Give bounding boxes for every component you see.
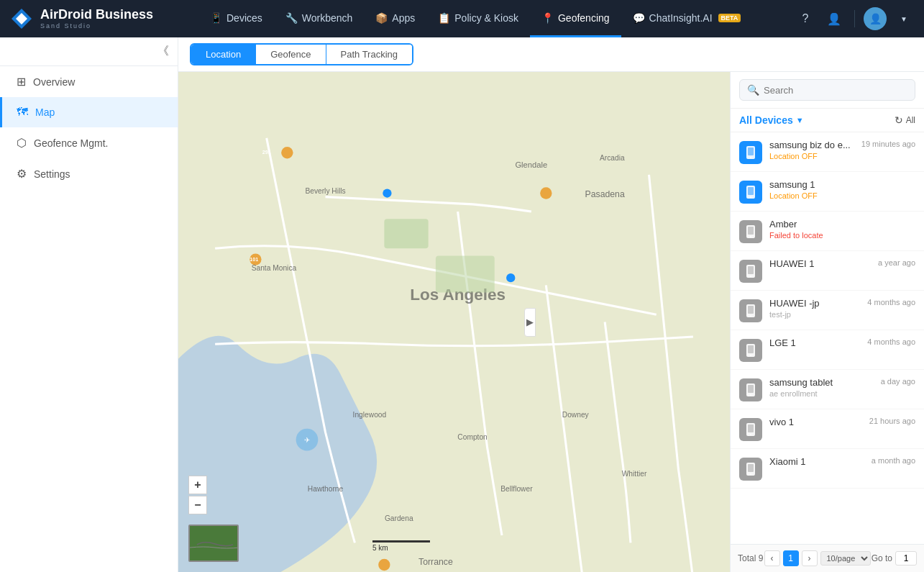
content-area: Location Geofence Path Tracking bbox=[178, 37, 924, 572]
device-info: samsung 1 Location OFF bbox=[769, 179, 908, 200]
device-right: 4 months ago bbox=[867, 298, 915, 307]
map-thumbnail[interactable] bbox=[188, 525, 239, 562]
device-icon bbox=[739, 220, 762, 243]
panel-header: All Devices ▼ ↻ All bbox=[731, 109, 924, 132]
goto-section: Go to bbox=[872, 551, 917, 566]
panel-collapse-button[interactable]: ▶ bbox=[524, 308, 536, 337]
device-info: HUAWEI -jp test-jp bbox=[769, 298, 860, 319]
svg-rect-40 bbox=[748, 266, 754, 274]
device-list-item[interactable]: HUAWEI -jp test-jp 4 months ago bbox=[731, 291, 924, 330]
refresh-button[interactable]: ↻ All bbox=[895, 114, 915, 126]
device-list-item[interactable]: Xiaomi 1 a month ago bbox=[731, 449, 924, 489]
svg-point-5 bbox=[540, 187, 552, 199]
nav-item-chatinsight[interactable]: 💬 ChatInsight.AI BETA bbox=[621, 0, 753, 37]
settings-icon: ⚙ bbox=[17, 167, 27, 181]
sidebar-label-map: Map bbox=[35, 106, 55, 118]
svg-point-56 bbox=[750, 473, 751, 475]
goto-input[interactable] bbox=[895, 551, 917, 566]
svg-text:Glendale: Glendale bbox=[515, 160, 547, 169]
device-time: 4 months ago bbox=[867, 337, 915, 346]
pagination: ‹ 1 › 10/page bbox=[764, 550, 871, 566]
device-list-item[interactable]: samsung 1 Location OFF bbox=[731, 172, 924, 212]
search-icon: 🔍 bbox=[747, 84, 759, 96]
device-icon bbox=[739, 418, 762, 441]
workbench-icon: 🔧 bbox=[285, 12, 298, 24]
device-time: a year ago bbox=[878, 258, 915, 267]
device-name: Xiaomi 1 bbox=[769, 456, 864, 467]
collapse-button[interactable]: 《 bbox=[157, 44, 169, 59]
logo-icon bbox=[9, 6, 35, 32]
svg-text:Santa Monica: Santa Monica bbox=[252, 264, 297, 272]
page-next-button[interactable]: › bbox=[802, 550, 818, 566]
device-list: samsung biz do e... Location OFF 19 minu… bbox=[731, 132, 924, 544]
sidebar-item-overview[interactable]: ⊞ Overview bbox=[0, 66, 178, 97]
map-container[interactable]: 291 101 Los Angeles Pasadena Glendale Ar… bbox=[178, 72, 730, 572]
device-list-item[interactable]: vivo 1 21 hours ago bbox=[731, 409, 924, 449]
svg-point-35 bbox=[750, 196, 751, 198]
geofence-mgmt-icon: ⬡ bbox=[17, 136, 27, 150]
page-size-select[interactable]: 10/page bbox=[820, 551, 871, 566]
zoom-out-button[interactable]: − bbox=[188, 496, 207, 514]
sidebar-item-settings[interactable]: ⚙ Settings bbox=[0, 158, 178, 189]
all-devices-label: All Devices bbox=[739, 114, 793, 126]
beta-badge: BETA bbox=[718, 14, 741, 22]
nav-label-apps: Apps bbox=[392, 12, 415, 24]
svg-rect-55 bbox=[748, 464, 754, 472]
device-status: Location OFF bbox=[769, 191, 908, 200]
nav-item-geofencing[interactable]: 📍 Geofencing bbox=[530, 0, 621, 37]
zoom-in-button[interactable]: + bbox=[188, 476, 207, 494]
svg-text:Beverly Hills: Beverly Hills bbox=[305, 187, 345, 195]
tab-location[interactable]: Location bbox=[191, 45, 256, 64]
device-list-item[interactable]: Amber Failed to locate bbox=[731, 212, 924, 251]
nav-item-apps[interactable]: 📦 Apps bbox=[364, 0, 426, 37]
nav-item-policy[interactable]: 📋 Policy & Kiosk bbox=[426, 0, 530, 37]
tab-path-tracking[interactable]: Path Tracking bbox=[326, 45, 413, 64]
device-name: samsung tablet bbox=[769, 377, 874, 388]
top-navigation: AirDroid Business Sand Studio 📱 Devices … bbox=[0, 0, 924, 37]
svg-text:Bellflower: Bellflower bbox=[500, 485, 533, 493]
device-list-item[interactable]: samsung biz do e... Location OFF 19 minu… bbox=[731, 132, 924, 172]
sidebar-header: 《 bbox=[0, 37, 178, 66]
nav-item-workbench[interactable]: 🔧 Workbench bbox=[274, 0, 365, 37]
refresh-label: All bbox=[906, 115, 915, 125]
sidebar-label-geofence-mgmt: Geofence Mgmt. bbox=[34, 137, 109, 149]
app-sub: Sand Studio bbox=[40, 22, 153, 29]
svg-point-32 bbox=[750, 157, 751, 158]
tab-group: Location Geofence Path Tracking bbox=[190, 43, 413, 65]
svg-rect-46 bbox=[748, 345, 754, 353]
svg-text:Torrance: Torrance bbox=[418, 557, 453, 567]
user-avatar[interactable]: 👤 bbox=[864, 7, 887, 30]
search-input[interactable] bbox=[764, 85, 907, 96]
svg-text:Arcadia: Arcadia bbox=[600, 154, 625, 162]
nav-divider bbox=[854, 10, 855, 27]
device-list-item[interactable]: HUAWEI 1 a year ago bbox=[731, 251, 924, 291]
nav-label-devices: Devices bbox=[227, 12, 262, 24]
all-devices-dropdown[interactable]: All Devices ▼ bbox=[739, 114, 804, 126]
device-info: HUAWEI 1 bbox=[769, 258, 871, 271]
map-controls: + − bbox=[188, 476, 207, 514]
user-menu-button[interactable]: ▼ bbox=[892, 7, 915, 30]
sidebar-item-geofence-mgmt[interactable]: ⬡ Geofence Mgmt. bbox=[0, 127, 178, 158]
tab-geofence[interactable]: Geofence bbox=[256, 45, 326, 64]
notifications-button[interactable]: 👤 bbox=[823, 7, 846, 30]
nav-label-workbench: Workbench bbox=[302, 12, 353, 24]
devices-icon: 📱 bbox=[210, 12, 222, 24]
device-time: 21 hours ago bbox=[869, 417, 915, 425]
sidebar-item-map[interactable]: 🗺 Map bbox=[0, 97, 178, 127]
page-prev-button[interactable]: ‹ bbox=[764, 550, 780, 566]
nav-item-devices[interactable]: 📱 Devices bbox=[198, 0, 274, 37]
right-panel: 🔍 All Devices ▼ ↻ All bbox=[730, 72, 924, 572]
device-list-item[interactable]: samsung tablet ae enrollment a day ago bbox=[731, 370, 924, 409]
logo-text: AirDroid Business Sand Studio bbox=[40, 8, 153, 29]
nav-label-policy: Policy & Kiosk bbox=[454, 12, 518, 24]
help-button[interactable]: ? bbox=[794, 7, 817, 30]
sidebar-label-settings: Settings bbox=[34, 168, 70, 180]
nav-items: 📱 Devices 🔧 Workbench 📦 Apps 📋 Policy & … bbox=[198, 0, 791, 37]
device-list-item[interactable]: LGE 1 4 months ago bbox=[731, 330, 924, 370]
logo-area: AirDroid Business Sand Studio bbox=[9, 6, 196, 32]
device-name: vivo 1 bbox=[769, 417, 862, 427]
total-count: Total 9 bbox=[738, 553, 763, 563]
sidebar: 《 ⊞ Overview 🗺 Map ⬡ Geofence Mgmt. ⚙ Se… bbox=[0, 37, 178, 572]
page-1-button[interactable]: 1 bbox=[783, 550, 799, 566]
chatinsight-icon: 💬 bbox=[633, 12, 645, 24]
